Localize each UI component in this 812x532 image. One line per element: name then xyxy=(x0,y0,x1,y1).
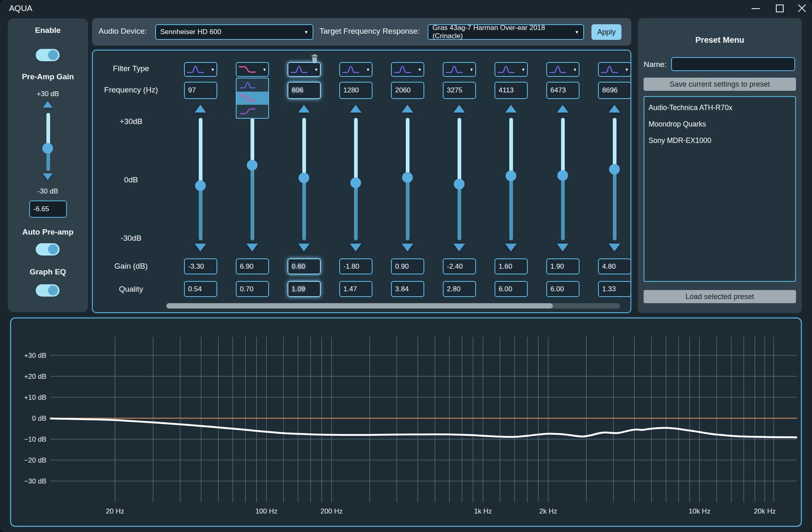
gain-slider-track[interactable] xyxy=(613,118,616,240)
gain-input[interactable] xyxy=(236,258,269,274)
filter-type-select[interactable]: ▼ xyxy=(391,62,424,77)
gain-input[interactable] xyxy=(391,258,424,274)
quality-input[interactable] xyxy=(391,281,424,297)
filter-option-high-shelf[interactable] xyxy=(237,105,268,118)
gain-slider-thumb[interactable] xyxy=(609,164,620,175)
gain-up-arrow-icon[interactable] xyxy=(557,105,568,113)
gain-up-arrow-icon[interactable] xyxy=(298,105,310,113)
load-preset-button[interactable]: Load selected preset xyxy=(644,290,796,303)
preamp-min-label: -30 dB xyxy=(8,187,88,196)
gain-slider-track[interactable] xyxy=(251,118,254,240)
gain-slider-thumb[interactable] xyxy=(247,160,258,170)
frequency-input[interactable] xyxy=(339,82,373,99)
auto-preamp-toggle[interactable] xyxy=(36,243,60,256)
preamp-slider-track[interactable] xyxy=(46,113,50,171)
gain-up-arrow-icon[interactable] xyxy=(402,105,413,113)
enable-toggle[interactable] xyxy=(36,49,60,61)
preamp-slider-thumb[interactable] xyxy=(42,143,53,154)
gain-up-arrow-icon[interactable] xyxy=(453,105,465,113)
x-axis-tick-label: 20k Hz xyxy=(754,507,776,515)
eq-band-7: ▼ xyxy=(495,51,531,312)
gain-input[interactable] xyxy=(443,258,476,274)
filter-type-menu xyxy=(236,78,269,119)
target-response-select[interactable]: Gras 43ag-7 Harman Over-ear 2018 (Crinac… xyxy=(428,24,584,40)
preamp-slider-up-arrow-icon[interactable] xyxy=(43,101,53,108)
gain-down-arrow-icon[interactable] xyxy=(453,244,465,251)
filter-type-select[interactable]: ▼ xyxy=(495,62,528,77)
filter-type-select[interactable]: ▼ xyxy=(546,62,580,77)
preset-item[interactable]: Audio-Technica ATH-R70x xyxy=(644,99,795,116)
quality-input[interactable] xyxy=(288,281,321,297)
filter-type-select[interactable]: ▼ xyxy=(339,62,373,77)
gain-input[interactable] xyxy=(184,258,217,274)
quality-input[interactable] xyxy=(495,281,528,297)
quality-input[interactable] xyxy=(443,281,476,297)
gain-input[interactable] xyxy=(495,258,528,274)
filter-type-select[interactable]: ▼ xyxy=(598,62,631,77)
gain-down-arrow-icon[interactable] xyxy=(246,244,258,251)
eq-band-3: ▼ xyxy=(288,51,324,312)
gain-down-arrow-icon[interactable] xyxy=(298,244,310,251)
gain-up-arrow-icon[interactable] xyxy=(609,105,620,113)
quality-input[interactable] xyxy=(236,281,269,297)
minimize-icon[interactable] xyxy=(747,0,765,16)
gain-down-arrow-icon[interactable] xyxy=(350,244,361,251)
close-icon[interactable] xyxy=(793,0,811,16)
quality-input[interactable] xyxy=(184,281,217,297)
filter-type-select[interactable]: ▼ xyxy=(288,62,321,77)
graph-eq-toggle[interactable] xyxy=(36,284,60,297)
gain-down-arrow-icon[interactable] xyxy=(402,244,413,251)
preamp-slider-down-arrow-icon[interactable] xyxy=(43,173,53,180)
maximize-icon[interactable] xyxy=(771,0,789,16)
chevron-down-icon: ▼ xyxy=(304,30,308,35)
preset-name-input[interactable] xyxy=(671,57,795,71)
gain-up-arrow-icon[interactable] xyxy=(195,105,206,113)
filter-type-select[interactable]: ▼ xyxy=(443,62,476,77)
eq-scrollbar[interactable] xyxy=(166,303,620,309)
gain-slider-thumb[interactable] xyxy=(402,172,413,183)
toggle-knob xyxy=(48,244,58,254)
y-axis-tick-label: −20 dB xyxy=(24,456,46,464)
filter-option-peak[interactable] xyxy=(237,78,268,92)
frequency-input[interactable] xyxy=(546,82,580,99)
frequency-input[interactable] xyxy=(598,82,631,99)
quality-input[interactable] xyxy=(546,281,580,297)
eq-scrollbar-thumb[interactable] xyxy=(166,303,553,309)
gain-input[interactable] xyxy=(598,258,631,274)
frequency-input[interactable] xyxy=(391,82,424,99)
gain-input[interactable] xyxy=(339,258,373,274)
quality-input[interactable] xyxy=(339,281,373,297)
gain-slider-thumb[interactable] xyxy=(454,179,465,189)
frequency-input[interactable] xyxy=(495,82,528,99)
gain-up-arrow-icon[interactable] xyxy=(505,105,517,113)
chevron-down-icon: ▼ xyxy=(262,67,267,72)
filter-option-low-shelf[interactable] xyxy=(237,92,268,105)
gain-down-arrow-icon[interactable] xyxy=(195,244,206,251)
device-bar: Audio Device: Sennheiser HD 600 ▼ Target… xyxy=(92,18,631,46)
preset-item[interactable]: Sony MDR-EX1000 xyxy=(644,132,795,149)
gain-up-arrow-icon[interactable] xyxy=(350,105,361,113)
frequency-input[interactable] xyxy=(288,82,321,99)
filter-type-select[interactable]: ▼ xyxy=(236,62,269,77)
preset-item[interactable]: Moondrop Quarks xyxy=(644,116,795,132)
gain-input[interactable] xyxy=(546,258,580,274)
gain-slider-thumb[interactable] xyxy=(350,177,361,188)
gain-down-arrow-icon[interactable] xyxy=(609,244,620,251)
frequency-input[interactable] xyxy=(443,82,476,99)
quality-input[interactable] xyxy=(598,281,631,297)
preamp-value-input[interactable] xyxy=(29,200,67,218)
gain-input[interactable] xyxy=(288,258,321,274)
gain-down-arrow-icon[interactable] xyxy=(557,244,568,251)
audio-device-select[interactable]: Sennheiser HD 600 ▼ xyxy=(155,24,313,40)
gain-slider-thumb[interactable] xyxy=(299,173,309,183)
chevron-down-icon: ▼ xyxy=(575,30,579,35)
gain-slider-thumb[interactable] xyxy=(557,170,568,181)
gain-down-arrow-icon[interactable] xyxy=(505,244,517,251)
gain-slider-thumb[interactable] xyxy=(506,170,516,181)
gain-slider-track[interactable] xyxy=(199,118,202,240)
filter-type-select[interactable]: ▼ xyxy=(184,62,217,77)
save-preset-button[interactable]: Save current settings to preset xyxy=(644,78,796,91)
frequency-input[interactable] xyxy=(184,82,217,99)
apply-button[interactable]: Apply xyxy=(591,24,621,40)
gain-slider-thumb[interactable] xyxy=(195,180,206,191)
